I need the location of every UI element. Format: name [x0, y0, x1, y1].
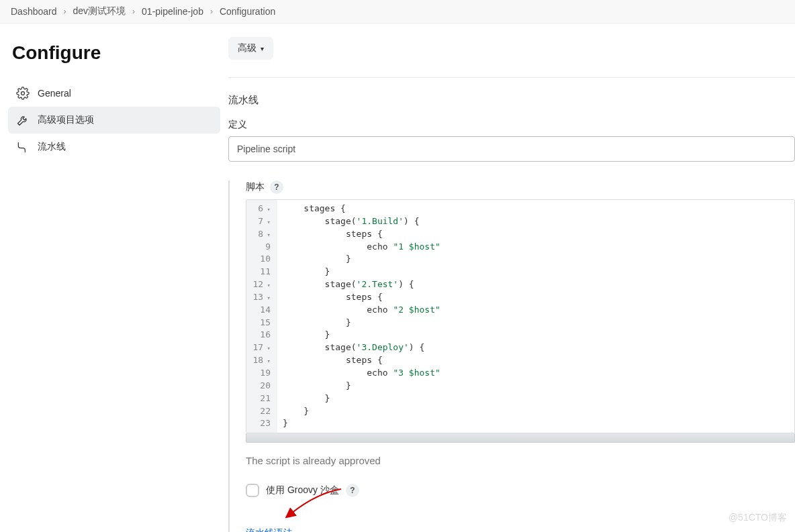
- sidebar: Configure General 高级项目选项 流水线: [0, 23, 228, 532]
- gear-icon: [16, 87, 30, 100]
- wrench-icon: [16, 113, 30, 127]
- breadcrumb-sep: ›: [132, 7, 135, 16]
- editor-scrollbar[interactable]: [246, 433, 795, 443]
- chevron-down-icon: ▾: [261, 45, 264, 52]
- pipeline-icon: [16, 140, 30, 154]
- editor-code[interactable]: stages { stage('1.Build') { steps { echo…: [277, 200, 794, 433]
- script-approved-text: The script is already approved: [246, 455, 795, 466]
- divider: [228, 77, 795, 78]
- help-icon[interactable]: ?: [270, 180, 283, 194]
- pipeline-syntax-link[interactable]: 流水线语法: [246, 527, 293, 532]
- sidebar-item-label: 流水线: [38, 141, 66, 153]
- watermark: @51CTO博客: [729, 512, 787, 524]
- script-label: 脚本: [246, 181, 265, 193]
- sidebar-item-label: 高级项目选项: [38, 114, 94, 126]
- page-title: Configure: [12, 42, 218, 64]
- breadcrumb-sep: ›: [210, 7, 213, 16]
- sidebar-item-label: General: [38, 88, 71, 99]
- sandbox-label: 使用 Groovy 沙盒: [266, 484, 339, 496]
- breadcrumb-sep: ›: [64, 7, 66, 16]
- breadcrumb: Dashboard › dev测试环境 › 01-pipeline-job › …: [0, 0, 795, 23]
- advanced-toggle-button[interactable]: 高级 ▾: [228, 37, 273, 60]
- help-icon[interactable]: ?: [346, 484, 359, 497]
- pipeline-heading: 流水线: [228, 94, 795, 107]
- sidebar-item-general[interactable]: General: [8, 80, 220, 107]
- breadcrumb-item-dashboard[interactable]: Dashboard: [11, 6, 57, 17]
- main-content: 高级 ▾ 流水线 定义 Pipeline script 脚本 ? 6789101…: [228, 23, 795, 532]
- advanced-toggle-label: 高级: [238, 42, 256, 54]
- breadcrumb-item-folder[interactable]: dev测试环境: [73, 5, 126, 17]
- editor-gutter: 67891011121314151617181920212223: [246, 200, 277, 433]
- breadcrumb-item-job[interactable]: 01-pipeline-job: [142, 6, 203, 17]
- sidebar-item-pipeline[interactable]: 流水线: [8, 134, 220, 160]
- definition-label: 定义: [228, 119, 795, 131]
- svg-point-0: [21, 92, 25, 95]
- definition-select[interactable]: Pipeline script: [228, 136, 795, 162]
- sandbox-checkbox[interactable]: [246, 484, 259, 497]
- sidebar-item-advanced[interactable]: 高级项目选项: [8, 107, 220, 134]
- script-editor[interactable]: 67891011121314151617181920212223 stages …: [246, 199, 795, 433]
- breadcrumb-item-page[interactable]: Configuration: [220, 6, 275, 17]
